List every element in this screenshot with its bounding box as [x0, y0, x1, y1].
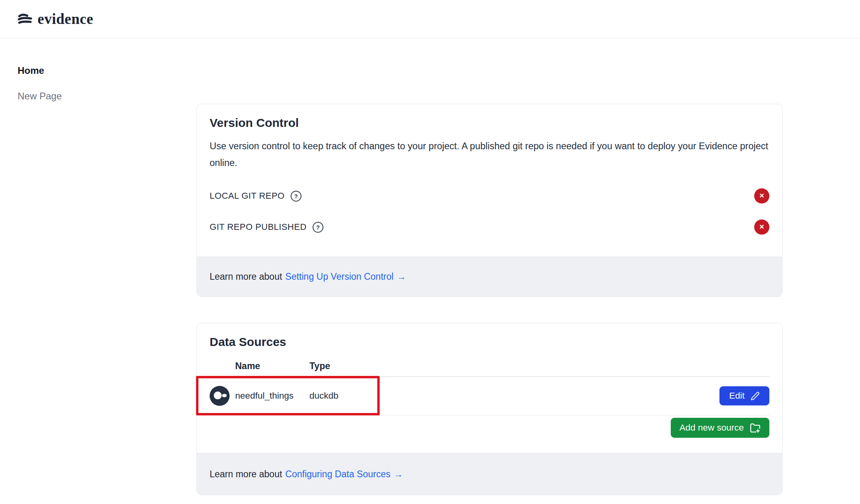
learn-more-text: Learn more about	[210, 469, 282, 480]
data-sources-body: Data Sources Name Type	[197, 323, 782, 453]
version-control-description: Use version control to keep track of cha…	[210, 138, 769, 171]
add-new-source-label: Add new source	[680, 423, 744, 433]
folder-plus-icon	[750, 423, 761, 433]
link-label: Setting Up Version Control	[285, 271, 394, 282]
add-new-source-button[interactable]: Add new source	[671, 418, 769, 438]
status-error-badge: ✕	[754, 219, 769, 235]
arrow-right-icon: →	[394, 469, 403, 480]
data-sources-table: Name Type needful_things duckdb	[210, 361, 769, 415]
edit-source-button[interactable]: Edit	[719, 386, 769, 405]
data-sources-footer: Learn more about Configuring Data Source…	[197, 453, 782, 495]
setting-up-version-control-link[interactable]: Setting Up Version Control →	[285, 271, 406, 282]
main-content: Version Control Use version control to k…	[196, 104, 783, 495]
question-mark-glyph: ?	[294, 193, 298, 200]
status-error-badge: ✕	[754, 188, 769, 204]
source-type-cell: duckdb	[309, 391, 719, 401]
table-header-row: Name Type	[210, 361, 769, 377]
status-label-local-git-repo: LOCAL GIT REPO	[210, 191, 285, 201]
evidence-logo-icon	[18, 13, 33, 26]
x-icon: ✕	[759, 224, 764, 230]
evidence-logo-text: evidence	[38, 10, 93, 28]
status-label-git-repo-published: GIT REPO PUBLISHED	[210, 222, 307, 232]
version-control-title: Version Control	[210, 116, 769, 130]
pencil-icon	[751, 391, 760, 401]
source-action-cell: Edit	[719, 386, 769, 405]
sidebar-item-home[interactable]: Home	[18, 65, 62, 77]
version-control-card: Version Control Use version control to k…	[196, 104, 783, 297]
configuring-data-sources-link[interactable]: Configuring Data Sources →	[285, 469, 403, 480]
question-mark-glyph: ?	[316, 224, 320, 231]
x-icon: ✕	[759, 193, 764, 199]
sidebar: Home New Page	[18, 65, 62, 116]
link-label: Configuring Data Sources	[285, 469, 390, 480]
status-row-local-git-repo: LOCAL GIT REPO ? ✕	[210, 185, 769, 207]
arrow-right-icon: →	[397, 271, 406, 282]
edit-button-label: Edit	[729, 391, 745, 401]
evidence-logo[interactable]: evidence	[18, 10, 93, 28]
status-row-git-repo-published: GIT REPO PUBLISHED ? ✕	[210, 216, 769, 238]
add-source-row: Add new source	[210, 418, 769, 438]
learn-more-text: Learn more about	[210, 271, 282, 282]
version-control-body: Version Control Use version control to k…	[197, 104, 782, 257]
type-column-header: Type	[309, 361, 769, 372]
table-row: needful_things duckdb Edit	[210, 377, 769, 415]
source-icon-cell	[210, 386, 235, 406]
app-header: evidence	[0, 0, 860, 38]
source-name-cell: needful_things	[235, 391, 309, 401]
data-sources-title: Data Sources	[210, 335, 769, 349]
help-icon[interactable]: ?	[313, 222, 323, 233]
data-sources-card: Data Sources Name Type	[196, 323, 783, 495]
help-icon[interactable]: ?	[291, 191, 301, 202]
name-column-header: Name	[235, 361, 309, 372]
version-control-footer: Learn more about Setting Up Version Cont…	[197, 257, 782, 296]
sidebar-item-new-page[interactable]: New Page	[18, 90, 62, 102]
duckdb-logo-icon	[210, 386, 230, 406]
